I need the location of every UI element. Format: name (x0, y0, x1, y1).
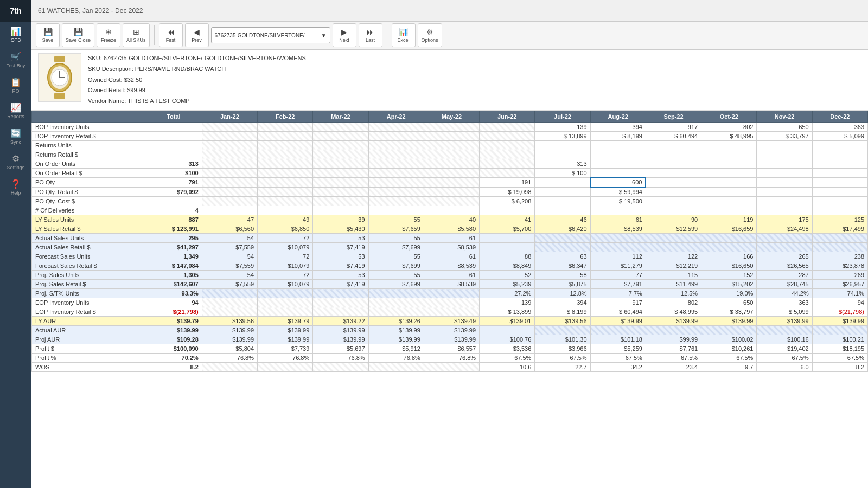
data-cell[interactable]: 265 (757, 252, 812, 261)
data-cell[interactable]: 40 (424, 215, 479, 224)
data-cell[interactable]: $139.56 (535, 317, 590, 326)
sidebar-item-help[interactable]: ❓ Help (0, 175, 31, 200)
data-cell[interactable]: 269 (812, 271, 867, 280)
data-cell[interactable]: $24,498 (757, 224, 812, 234)
data-cell[interactable] (812, 326, 867, 335)
data-cell[interactable]: $5,239 (480, 280, 535, 289)
all-skus-button[interactable]: ⊞ All SKUs (123, 23, 150, 47)
data-cell[interactable]: $5,875 (535, 280, 590, 289)
data-cell[interactable]: $11,279 (590, 261, 646, 271)
data-cell[interactable]: 52 (480, 271, 535, 280)
data-cell[interactable]: 72 (258, 252, 313, 261)
data-cell[interactable]: $8,539 (424, 280, 479, 289)
data-cell[interactable] (701, 234, 757, 243)
save-button[interactable]: 💾 Save (36, 23, 60, 47)
data-cell[interactable]: $139.79 (258, 317, 313, 326)
data-cell[interactable]: $139.99 (424, 335, 479, 344)
sidebar-item-reports[interactable]: 📈 Reports (0, 98, 31, 124)
data-cell[interactable]: $26,565 (757, 261, 812, 271)
data-cell[interactable]: $7,559 (202, 243, 257, 252)
data-cell[interactable]: 53 (313, 252, 368, 261)
data-cell[interactable] (590, 243, 646, 252)
data-cell[interactable]: $139.99 (646, 317, 701, 326)
data-cell[interactable]: $139.99 (313, 335, 368, 344)
data-cell[interactable]: $16,659 (701, 224, 757, 234)
freeze-button[interactable]: ❄ Freeze (97, 23, 120, 47)
data-cell[interactable]: 61 (590, 215, 646, 224)
data-cell[interactable]: $139.22 (313, 317, 368, 326)
data-cell[interactable]: $139.99 (258, 326, 313, 335)
data-cell[interactable]: $139.01 (480, 317, 535, 326)
data-cell[interactable]: $28,745 (757, 280, 812, 289)
data-cell[interactable]: 63 (535, 252, 590, 261)
data-cell[interactable] (313, 307, 368, 317)
data-cell[interactable]: $11,499 (646, 280, 701, 289)
data-cell[interactable]: 54 (202, 234, 257, 243)
data-cell[interactable] (812, 234, 867, 243)
data-cell[interactable] (424, 289, 479, 298)
data-cell[interactable]: 54 (202, 252, 257, 261)
data-cell[interactable]: $5,700 (480, 224, 535, 234)
data-cell[interactable]: 61 (424, 252, 479, 261)
options-button[interactable]: ⚙ Options (418, 23, 442, 47)
data-cell[interactable]: $5,580 (424, 224, 479, 234)
data-cell[interactable]: 152 (701, 271, 757, 280)
data-cell[interactable]: 49 (258, 215, 313, 224)
data-cell[interactable]: 72 (258, 234, 313, 243)
data-cell[interactable] (701, 326, 757, 335)
excel-button[interactable]: 📊 Excel (392, 23, 416, 47)
data-cell[interactable]: 46 (535, 215, 590, 224)
data-cell[interactable]: $100.16 (757, 335, 812, 344)
data-cell[interactable]: $101.30 (535, 335, 590, 344)
data-cell[interactable] (368, 289, 424, 298)
data-cell[interactable]: 47 (202, 215, 257, 224)
data-cell[interactable]: 125 (812, 215, 867, 224)
data-cell[interactable]: 19.0% (701, 289, 757, 298)
data-cell[interactable]: $8,539 (590, 224, 646, 234)
data-cell[interactable]: 55 (368, 215, 424, 224)
data-cell[interactable]: $139.99 (258, 335, 313, 344)
data-cell[interactable]: 12.5% (646, 289, 701, 298)
data-cell[interactable]: 55 (368, 271, 424, 280)
next-button[interactable]: ▶ Next (333, 23, 356, 47)
data-cell[interactable] (812, 243, 867, 252)
data-cell[interactable]: $139.26 (368, 317, 424, 326)
data-cell[interactable]: $ 48,995 (646, 307, 701, 317)
data-cell[interactable]: 238 (812, 252, 867, 261)
sidebar-item-po[interactable]: 📋 PO (0, 73, 31, 98)
data-cell[interactable]: 58 (535, 271, 590, 280)
data-cell[interactable]: $16,650 (701, 261, 757, 271)
data-cell[interactable] (258, 289, 313, 298)
data-cell[interactable]: 287 (757, 271, 812, 280)
data-cell[interactable] (590, 234, 646, 243)
data-cell[interactable]: $7,699 (368, 261, 424, 271)
data-cell[interactable]: $10,079 (258, 280, 313, 289)
data-cell[interactable] (535, 243, 590, 252)
data-cell[interactable]: $15,202 (701, 280, 757, 289)
data-cell[interactable]: $139.99 (701, 317, 757, 326)
data-cell[interactable] (757, 234, 812, 243)
data-cell[interactable] (258, 307, 313, 317)
data-cell[interactable]: $17,499 (812, 224, 867, 234)
data-cell[interactable]: 55 (368, 234, 424, 243)
data-cell[interactable]: 44.2% (757, 289, 812, 298)
data-cell[interactable]: $139.99 (368, 326, 424, 335)
data-cell[interactable]: $139.99 (590, 317, 646, 326)
data-grid-container[interactable]: Total Jan-22 Feb-22 Mar-22 Apr-22 May-22… (31, 111, 868, 488)
data-cell[interactable]: $100.21 (812, 335, 867, 344)
data-cell[interactable]: 175 (757, 215, 812, 224)
sku-dropdown[interactable]: 6762735-GOLDTONE/SILVERTONE/ ▼ (211, 27, 330, 43)
data-cell[interactable]: 74.1% (812, 289, 867, 298)
data-cell[interactable] (480, 243, 535, 252)
data-cell[interactable]: $ 60,494 (590, 307, 646, 317)
data-cell[interactable] (480, 234, 535, 243)
data-cell[interactable]: $10,079 (258, 243, 313, 252)
data-cell[interactable]: $7,699 (368, 280, 424, 289)
data-cell[interactable]: $10,079 (258, 261, 313, 271)
data-cell[interactable]: $7,559 (202, 280, 257, 289)
data-cell[interactable]: $12,599 (646, 224, 701, 234)
data-cell[interactable]: $8,539 (424, 261, 479, 271)
data-cell[interactable]: $100.02 (701, 335, 757, 344)
data-cell[interactable]: 27.2% (480, 289, 535, 298)
data-cell[interactable]: 41 (480, 215, 535, 224)
